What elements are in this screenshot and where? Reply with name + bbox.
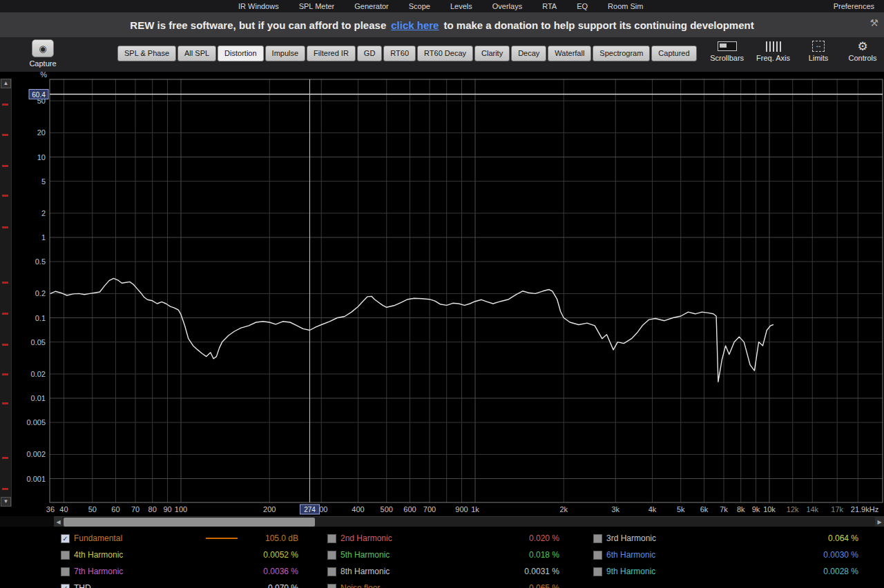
legend-checkbox-4th-harmonic[interactable]	[61, 551, 70, 560]
scroll-right-arrow-icon[interactable]: ▶	[875, 517, 884, 527]
legend-value: 0.064 %	[828, 533, 858, 543]
legend-value: 0.020 %	[529, 533, 559, 543]
tool-scrollbars[interactable]: Scrollbars	[710, 40, 744, 62]
svg-text:2k: 2k	[559, 505, 568, 513]
svg-text:%: %	[40, 72, 47, 79]
donation-link[interactable]: click here	[391, 19, 439, 31]
svg-text:100: 100	[175, 505, 187, 513]
menu-item-spl-meter[interactable]: SPL Meter	[299, 2, 335, 10]
tool-label: Scrollbars	[710, 54, 744, 62]
distortion-plot[interactable]: %5020105210.50.20.10.050.020.010.0050.00…	[0, 72, 884, 516]
trace-marker	[2, 104, 8, 106]
menubar: IR WindowsSPL MeterGeneratorScopeLevelsO…	[0, 0, 884, 12]
svg-text:0.002: 0.002	[26, 450, 46, 458]
tab-spl-phase[interactable]: SPL & Phase	[117, 46, 176, 61]
strip-up-arrow[interactable]: ▲	[1, 79, 11, 88]
measurement-strip: ▲ ▼	[0, 79, 12, 507]
tab-rt60-decay[interactable]: RT60 Decay	[417, 46, 473, 61]
legend-value: 105.0 dB	[265, 533, 298, 543]
menu-item-room-sim[interactable]: Room Sim	[608, 2, 643, 10]
hscroll-thumb[interactable]	[64, 518, 315, 527]
chart-area: %5020105210.50.20.10.050.020.010.0050.00…	[0, 72, 884, 516]
legend-checkbox-8th-harmonic[interactable]	[327, 567, 336, 576]
legend-value: 0.0036 %	[263, 567, 298, 576]
toolbar: ◉ Capture SPL & PhaseAll SPLDistortionIm…	[0, 37, 884, 72]
tab-gd[interactable]: GD	[357, 46, 383, 61]
legend-checkbox-7th-harmonic[interactable]	[61, 567, 70, 576]
menu-item-levels[interactable]: Levels	[450, 2, 472, 10]
legend-label: 8th Harmonic	[340, 567, 390, 576]
hscroll-track[interactable]: ◀ ▶	[54, 516, 884, 527]
legend-item-5th-harmonic: 5th Harmonic0.018 %	[327, 549, 559, 564]
menubar-items: IR WindowsSPL MeterGeneratorScopeLevelsO…	[238, 0, 643, 12]
trace-marker	[2, 226, 8, 228]
legend-value: 0.0030 %	[823, 550, 858, 560]
menu-item-overlays[interactable]: Overlays	[492, 2, 522, 10]
tab-rt60[interactable]: RT60	[383, 46, 416, 61]
svg-text:0.1: 0.1	[35, 314, 46, 322]
legend-checkbox-noise-floor[interactable]	[327, 584, 336, 588]
menu-item-scope[interactable]: Scope	[409, 2, 430, 10]
legend-item-7th-harmonic: 7th Harmonic0.0036 %	[61, 565, 298, 580]
tool-label: Freq. Axis	[756, 54, 790, 62]
menu-item-generator[interactable]: Generator	[354, 2, 389, 10]
legend-checkbox-fundamental[interactable]: ✓	[61, 534, 70, 543]
controls-gear-icon: ⚙	[857, 40, 867, 52]
legend-item-4th-harmonic: 4th Harmonic0.0052 %	[61, 549, 298, 564]
tools-icon: ⚒	[869, 17, 878, 28]
tab-all-spl[interactable]: All SPL	[177, 46, 216, 61]
capture-button[interactable]: ◉	[32, 39, 54, 57]
distortion-legend: ✓Fundamental105.0 dB2nd Harmonic0.020 %3…	[0, 527, 884, 588]
tool-limits[interactable]: ↔Limits	[803, 40, 834, 62]
legend-checkbox-5th-harmonic[interactable]	[327, 551, 336, 560]
legend-value: 0.018 %	[529, 550, 559, 560]
capture-label: Capture	[28, 59, 58, 68]
svg-text:8k: 8k	[737, 505, 745, 513]
tool-controls[interactable]: ⚙Controls	[847, 40, 878, 62]
legend-line-swatch	[206, 538, 238, 539]
tab-filtered-ir[interactable]: Filtered IR	[307, 46, 356, 61]
svg-text:10k: 10k	[763, 505, 776, 513]
svg-text:70: 70	[131, 505, 140, 513]
svg-text:900: 900	[455, 505, 468, 513]
legend-value: 0.0052 %	[263, 550, 298, 560]
svg-text:0.02: 0.02	[31, 370, 46, 378]
trace-marker	[2, 165, 8, 167]
tab-clarity[interactable]: Clarity	[474, 46, 510, 61]
svg-text:0.05: 0.05	[31, 338, 46, 346]
svg-text:20: 20	[37, 128, 46, 137]
trace-marker	[2, 402, 8, 404]
legend-value: 0.070 %	[268, 583, 298, 588]
svg-text:17k: 17k	[831, 505, 843, 513]
svg-text:0.2: 0.2	[35, 289, 46, 297]
legend-label: Fundamental	[74, 533, 122, 543]
trace-marker	[2, 195, 8, 197]
tab-waterfall[interactable]: Waterfall	[548, 46, 591, 61]
svg-text:14k: 14k	[806, 505, 818, 513]
tab-decay[interactable]: Decay	[511, 46, 546, 61]
legend-row: ✓Fundamental105.0 dB2nd Harmonic0.020 %3…	[0, 532, 884, 547]
legend-checkbox-9th-harmonic[interactable]	[593, 567, 602, 576]
menu-item-ir-windows[interactable]: IR Windows	[238, 2, 279, 10]
menu-item-preferences[interactable]: Preferences	[834, 2, 874, 10]
menu-item-eq[interactable]: EQ	[577, 2, 588, 10]
tab-distortion[interactable]: Distortion	[218, 46, 263, 61]
legend-checkbox-2nd-harmonic[interactable]	[327, 534, 336, 543]
tab-spectrogram[interactable]: Spectrogram	[593, 46, 650, 61]
trace-marker	[2, 282, 8, 284]
banner-text-before: REW is free software, but if you can aff…	[130, 19, 386, 31]
menu-item-rta[interactable]: RTA	[542, 2, 557, 10]
strip-down-arrow[interactable]: ▼	[1, 497, 11, 507]
capture-icon: ◉	[39, 43, 46, 54]
legend-checkbox-6th-harmonic[interactable]	[593, 551, 602, 560]
svg-text:5k: 5k	[677, 505, 685, 513]
svg-text:90: 90	[163, 505, 171, 513]
tab-captured[interactable]: Captured	[651, 46, 696, 61]
tab-impulse[interactable]: Impulse	[265, 46, 306, 61]
svg-text:10: 10	[37, 153, 46, 161]
tool-freq-axis[interactable]: Freq. Axis	[756, 40, 790, 62]
legend-checkbox-3rd-harmonic[interactable]	[593, 534, 602, 543]
legend-checkbox-thd[interactable]: ✓	[61, 584, 70, 588]
legend-label: 6th Harmonic	[606, 550, 655, 560]
scroll-left-arrow-icon[interactable]: ◀	[54, 517, 63, 527]
